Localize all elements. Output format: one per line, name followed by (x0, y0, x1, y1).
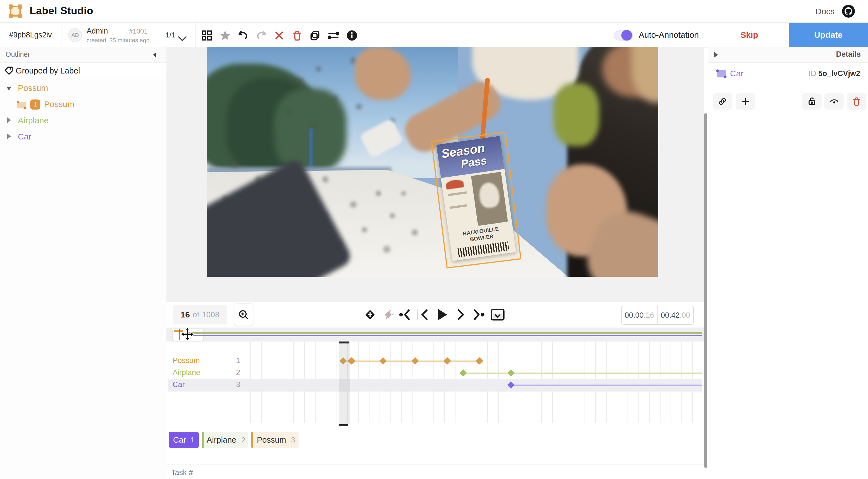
details-title: Details (836, 50, 861, 59)
hide-region-button[interactable] (825, 93, 844, 110)
link-region-button[interactable] (713, 93, 732, 110)
tree-region-possum[interactable]: 1 Possum (0, 97, 166, 112)
label-button-airplane[interactable]: Airplane 2 (202, 432, 248, 448)
current-time-main: 00:00 (625, 311, 644, 320)
caret-right-icon[interactable] (6, 117, 12, 123)
timeline-row-label[interactable]: Possum (173, 356, 200, 365)
annotation-pager[interactable]: 1/1 (165, 31, 176, 39)
grouping-selector[interactable]: Grouped by Label (0, 63, 166, 79)
user-name: Admin (87, 27, 108, 35)
frame-chevron-box-icon (490, 308, 505, 321)
docs-link[interactable]: Docs (815, 7, 835, 16)
chevron-down-icon[interactable] (178, 36, 187, 42)
skip-button[interactable]: Skip (709, 23, 789, 47)
details-panel: Details Car ID 5o_lvCVjw2 (708, 47, 868, 479)
timeline-row-number: 2 (223, 368, 240, 377)
region-rect-icon (16, 100, 28, 110)
grouping-label: Grouped by Label (16, 66, 80, 76)
star-icon[interactable] (219, 29, 231, 42)
id-value: 5o_lvCVjw2 (818, 69, 860, 78)
grid-view-icon[interactable] (200, 29, 213, 42)
time-display: 00:00:16 00:42:00 (621, 306, 694, 325)
duplicate-copy-icon[interactable] (309, 29, 321, 42)
label-hotkey: 2 (241, 436, 245, 444)
keyframe-span-line (511, 385, 702, 386)
caret-right-icon[interactable] (6, 133, 12, 140)
tag-icon (4, 66, 13, 76)
auto-annotation-toggle[interactable] (614, 30, 633, 40)
next-keyframe-button[interactable] (471, 307, 486, 322)
update-button[interactable]: Update (789, 23, 868, 47)
label-studio-app: Label Studio Docs #9pb8Lgs2iv AD Admin #… (0, 0, 868, 479)
chevron-left-icon (419, 308, 430, 321)
current-time[interactable]: 00:00:16 (622, 306, 658, 324)
undo-icon[interactable] (237, 29, 249, 42)
tree-group-possum[interactable]: Possum (0, 81, 166, 96)
relations-transfer-icon[interactable] (327, 29, 340, 42)
prev-frame-button[interactable] (417, 307, 432, 322)
delete-trash-icon[interactable] (291, 29, 303, 42)
collapse-panel-icon[interactable] (151, 52, 158, 58)
add-keyframe-button[interactable] (363, 307, 377, 322)
play-button[interactable] (435, 307, 449, 322)
tree-group-car[interactable]: Car (0, 129, 166, 145)
region-bounding-box[interactable] (431, 131, 521, 268)
magnifier-plus-icon (238, 309, 249, 320)
timeline-collapse-button[interactable] (490, 307, 505, 322)
timeline-minimap[interactable] (166, 328, 704, 341)
details-header: Details (708, 47, 868, 63)
github-icon[interactable] (842, 4, 855, 18)
vertical-scrollbar[interactable] (704, 113, 707, 468)
link-icon (718, 97, 727, 106)
label-studio-logo-icon[interactable] (8, 4, 23, 19)
reject-x-icon[interactable] (273, 29, 285, 42)
delete-region-button[interactable] (847, 93, 866, 110)
outliner-header: Outliner (0, 47, 166, 63)
outliner-panel: Outliner Grouped by Label Possum 1 Possu… (0, 47, 167, 479)
region-id: ID 5o_lvCVjw2 (808, 69, 860, 78)
redo-icon[interactable] (255, 29, 268, 42)
minimap-region-line (187, 332, 702, 334)
tree-group-airplane[interactable]: Airplane (0, 113, 166, 128)
app-header: Label Studio Docs (0, 0, 868, 23)
label-button-text: Airplane (207, 436, 236, 445)
keyframe-add-icon (363, 308, 377, 322)
caret-down-icon[interactable] (6, 86, 12, 91)
divider (195, 23, 196, 47)
plus-icon (741, 97, 750, 106)
keyframe-remove-icon (381, 308, 395, 322)
info-icon[interactable] (346, 29, 358, 42)
playhead-top-handle[interactable] (339, 341, 349, 343)
remove-keyframe-button[interactable] (381, 307, 396, 322)
label-hotkey: 3 (291, 436, 295, 444)
minimap-region-line (191, 335, 702, 336)
auto-annotation-label: Auto-Annotation (639, 30, 699, 40)
id-prefix: ID (808, 69, 816, 78)
frame-of: of (193, 310, 199, 319)
tree-region-label: Possum (44, 99, 74, 109)
tree-group-label: Airplane (18, 116, 49, 125)
current-frame-column[interactable] (339, 341, 350, 424)
lock-region-button[interactable] (802, 93, 822, 110)
expand-panel-icon[interactable] (713, 52, 719, 58)
total-time: 00:42:00 (658, 306, 693, 324)
frame-counter[interactable]: 16 of 1008 (173, 305, 227, 324)
video-frame[interactable]: Season Pass RATATOUILLE BOWLER (207, 47, 658, 277)
timeline-row-label[interactable]: Airplane (173, 368, 200, 377)
zoom-to-fit-button[interactable] (234, 303, 253, 326)
region-label[interactable]: Car (730, 69, 743, 78)
label-button-car[interactable]: Car 1 (169, 432, 199, 448)
playhead-bottom-handle[interactable] (339, 424, 348, 426)
minimap-playhead[interactable] (179, 329, 180, 340)
next-frame-button[interactable] (454, 307, 468, 322)
label-hotkey: 1 (190, 436, 194, 444)
timeline-row-label[interactable]: Car (173, 380, 185, 389)
eye-icon (829, 97, 839, 106)
user-avatar[interactable]: AD (68, 28, 82, 42)
prev-keyframe-button[interactable] (398, 307, 412, 322)
add-relation-button[interactable] (736, 93, 755, 110)
timeline-row-number: 1 (223, 356, 240, 365)
snow-speckles (207, 47, 209, 49)
label-button-possum[interactable]: Possum 3 (251, 432, 299, 448)
task-id[interactable]: #9pb8Lgs2iv (0, 23, 61, 47)
